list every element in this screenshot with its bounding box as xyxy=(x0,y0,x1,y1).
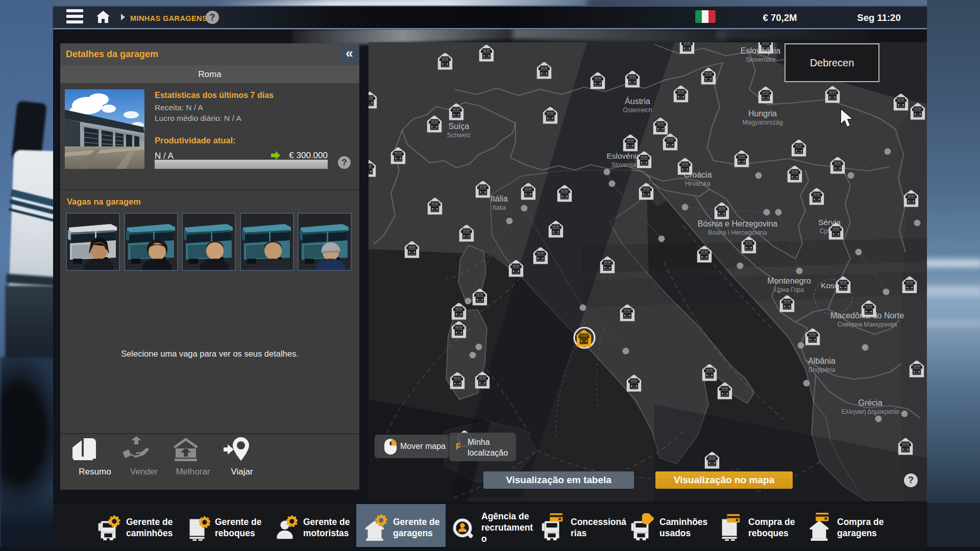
svg-text:Grécia: Grécia xyxy=(858,398,882,407)
svg-text:Bósnia e Herzegovina: Bósnia e Herzegovina xyxy=(698,219,778,228)
svg-text:Österreich: Österreich xyxy=(623,107,652,114)
svg-text:Montenegro: Montenegro xyxy=(767,277,811,285)
svg-text:Северна Македонија: Северна Македонија xyxy=(838,321,897,328)
svg-text:Slovenija: Slovenija xyxy=(611,161,636,168)
svg-text:Suíça: Suíça xyxy=(449,122,470,131)
svg-text:Eslováquia: Eslováquia xyxy=(741,46,780,55)
svg-text:Albânia: Albânia xyxy=(808,357,835,365)
svg-text:Црна Гора: Црна Гора xyxy=(774,286,804,293)
svg-text:Itália: Itália xyxy=(491,194,508,203)
svg-text:Shqipëria: Shqipëria xyxy=(808,366,836,373)
svg-text:Hungria: Hungria xyxy=(748,109,777,118)
svg-text:Áustria: Áustria xyxy=(625,96,650,106)
svg-text:Eslovénia: Eslovénia xyxy=(606,152,641,160)
svg-text:Ελληνική Δημοκρατία: Ελληνική Δημοκρατία xyxy=(841,408,899,415)
svg-text:Bosna i Hercegovina: Bosna i Hercegovina xyxy=(708,229,767,236)
svg-text:Magyarország: Magyarország xyxy=(742,119,782,126)
svg-text:Italia: Italia xyxy=(493,204,506,211)
svg-text:Schweiz: Schweiz xyxy=(447,132,471,139)
svg-text:Hrvatska: Hrvatska xyxy=(685,180,710,187)
svg-text:Slovensko: Slovensko xyxy=(746,56,775,63)
